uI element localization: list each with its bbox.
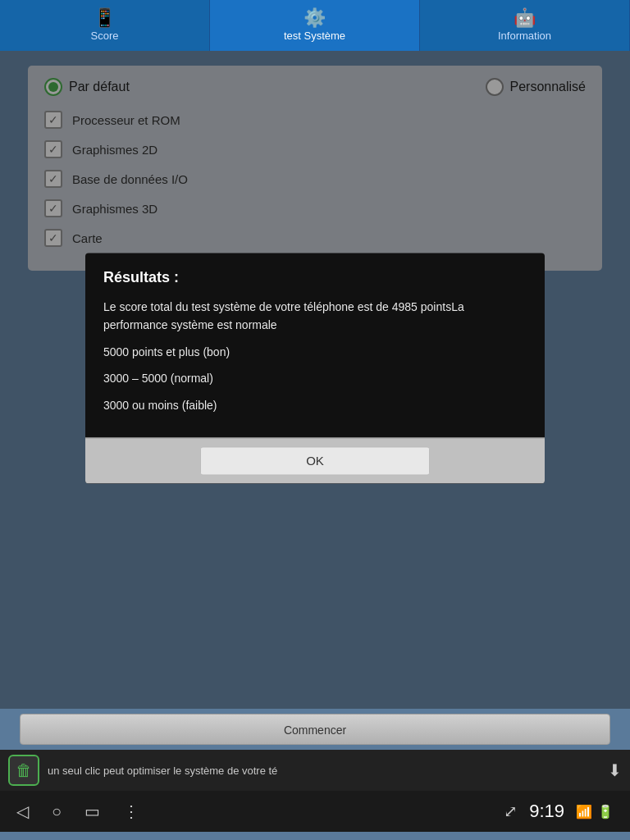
status-icons: 📶 🔋 — [576, 804, 614, 819]
tab-information[interactable]: 🤖 Information — [420, 0, 630, 51]
battery-icon: 🔋 — [597, 804, 614, 819]
dialog-body-line3: 3000 – 5000 (normal) — [103, 370, 527, 388]
dialog-body: Le score total du test système de votre … — [103, 298, 527, 414]
start-button[interactable]: Commencer — [20, 714, 610, 745]
ok-button[interactable]: OK — [200, 446, 430, 475]
wifi-icon: 📶 — [576, 804, 592, 819]
tab-test-systeme-label: test Système — [284, 30, 345, 42]
tab-score[interactable]: 📱 Score — [0, 0, 210, 51]
start-bar: Commencer — [0, 709, 630, 750]
score-icon: 📱 — [94, 9, 116, 27]
dialog-footer: OK — [85, 437, 545, 483]
main-content: Par défaut Personnalisé ✓ Processeur et … — [0, 51, 630, 709]
dialog-body-line2: 5000 points et plus (bon) — [103, 343, 527, 361]
gear-icon: ⚙️ — [304, 9, 326, 27]
android-icon: 🤖 — [514, 9, 536, 27]
notification-text: un seul clic peut optimiser le système d… — [48, 765, 600, 777]
tab-test-systeme[interactable]: ⚙️ test Système — [210, 0, 420, 51]
trash-icon: 🗑 — [16, 761, 32, 780]
dialog-content: Résultats : Le score total du test systè… — [85, 253, 545, 437]
expand-icon: ⤢ — [504, 801, 518, 821]
tab-information-label: Information — [498, 30, 551, 42]
dialog-title: Résultats : — [103, 269, 527, 286]
nav-right: ⤢ 9:19 📶 🔋 — [504, 801, 614, 822]
download-icon: ⬇ — [608, 760, 622, 780]
results-dialog: Résultats : Le score total du test systè… — [85, 253, 545, 483]
nav-bar: ◁ ○ ▭ ⋮ ⤢ 9:19 📶 🔋 — [0, 791, 630, 832]
home-icon[interactable]: ○ — [52, 802, 62, 821]
notification-bar: 🗑 un seul clic peut optimiser le système… — [0, 750, 630, 791]
dialog-body-line4: 3000 ou moins (faible) — [103, 396, 527, 414]
back-icon[interactable]: ◁ — [16, 801, 29, 821]
recents-icon[interactable]: ▭ — [84, 801, 100, 821]
dialog-body-line1: Le score total du test système de votre … — [103, 298, 527, 335]
menu-icon[interactable]: ⋮ — [123, 801, 139, 821]
clock: 9:19 — [529, 801, 564, 822]
nav-left: ◁ ○ ▭ ⋮ — [16, 801, 139, 821]
tab-score-label: Score — [91, 30, 119, 42]
tab-bar: 📱 Score ⚙️ test Système 🤖 Information — [0, 0, 630, 51]
app-icon: 🗑 — [8, 755, 39, 786]
